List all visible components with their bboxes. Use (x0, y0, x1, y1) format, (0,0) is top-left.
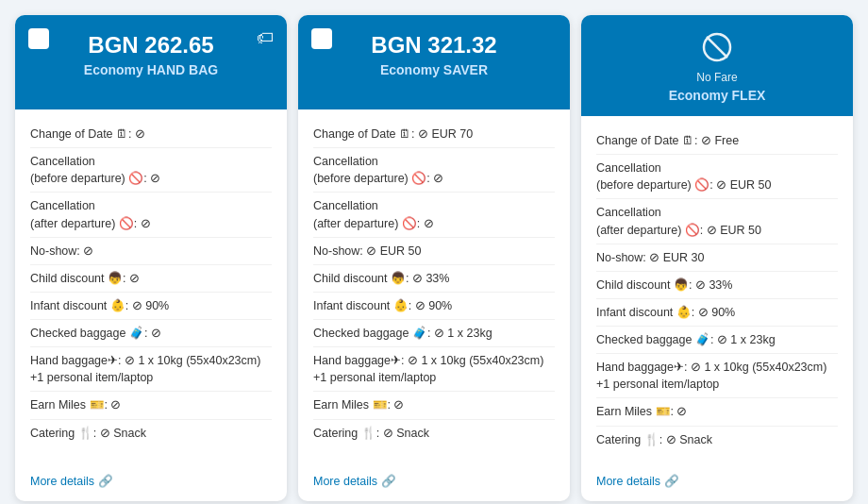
card-hand-bag: 🏷BGN 262.65Economy HAND BAGChange of Dat… (15, 15, 287, 501)
fare-row: Cancellation(before departure) 🚫: ⊘ (30, 148, 272, 193)
fare-row: Cancellation(before departure) 🚫: ⊘ (313, 148, 555, 193)
fare-row: Change of Date 🗓: ⊘ Free (596, 127, 838, 155)
fare-row: Hand baggage✈: ⊘ 1 x 10kg (55x40x23cm) +… (313, 347, 555, 392)
fare-row: Infant discount 👶: ⊘ 90% (30, 293, 272, 320)
fare-row: Earn Miles 🎫: ⊘ (596, 398, 838, 426)
fare-row: Cancellation(before departure) 🚫: ⊘ EUR … (596, 155, 838, 199)
fare-row: Change of Date 🗓: ⊘ (30, 121, 272, 148)
fare-row: Cancellation(after departure) 🚫: ⊘ (313, 193, 555, 237)
select-checkbox-hand-bag[interactable] (28, 28, 49, 49)
card-header-saver: BGN 321.32Economy SAVER (298, 15, 570, 109)
no-fare-label: No Fare (696, 71, 737, 84)
card-saver: BGN 321.32Economy SAVERChange of Date 🗓:… (298, 15, 570, 501)
fare-row: Catering 🍴: ⊘ Snack (313, 420, 555, 446)
fare-row: Cancellation(after departure) 🚫: ⊘ EUR 5… (596, 199, 838, 244)
tag-icon: 🏷 (257, 28, 274, 48)
fare-row: No-show: ⊘ EUR 50 (313, 238, 555, 265)
fare-row: Infant discount 👶: ⊘ 90% (596, 299, 838, 327)
fare-row: Earn Miles 🎫: ⊘ (313, 392, 555, 419)
fare-row: Checked baggage 🧳: ⊘ 1 x 23kg (596, 327, 838, 354)
card-body-flex: Change of Date 🗓: ⊘ FreeCancellation(bef… (581, 116, 853, 464)
fare-type-saver: Economy SAVER (380, 62, 488, 77)
fare-row: Change of Date 🗓: ⊘ EUR 70 (313, 121, 555, 148)
fare-row: Catering 🍴: ⊘ Snack (30, 420, 272, 446)
fare-type-flex: Economy FLEX (669, 88, 766, 103)
fare-row: Checked baggage 🧳: ⊘ 1 x 23kg (313, 320, 555, 347)
price-saver: BGN 321.32 (371, 32, 496, 59)
fare-row: Checked baggage 🧳: ⊘ (30, 320, 272, 347)
fare-row: No-show: ⊘ EUR 30 (596, 244, 838, 272)
card-flex: No FareEconomy FLEXChange of Date 🗓: ⊘ F… (581, 15, 853, 501)
card-header-hand-bag: 🏷BGN 262.65Economy HAND BAG (15, 15, 287, 109)
fare-row: Hand baggage✈: ⊘ 1 x 10kg (55x40x23cm) +… (596, 354, 838, 398)
card-body-hand-bag: Change of Date 🗓: ⊘Cancellation(before d… (15, 109, 287, 464)
fare-row: Earn Miles 🎫: ⊘ (30, 392, 272, 419)
fare-type-hand-bag: Economy HAND BAG (84, 62, 218, 77)
price-hand-bag: BGN 262.65 (88, 32, 213, 59)
fare-row: Child discount 👦: ⊘ (30, 265, 272, 293)
fare-row: No-show: ⊘ (30, 238, 272, 265)
select-checkbox-saver[interactable] (311, 28, 332, 49)
fare-row: Child discount 👦: ⊘ 33% (313, 265, 555, 293)
no-fare-icon (702, 32, 732, 69)
fare-row: Cancellation(after departure) 🚫: ⊘ (30, 193, 272, 237)
more-details-link-hand-bag[interactable]: More details 🔗 (15, 464, 287, 501)
svg-line-1 (707, 37, 727, 58)
fare-row: Catering 🍴: ⊘ Snack (596, 427, 838, 453)
more-details-link-saver[interactable]: More details 🔗 (298, 464, 570, 501)
card-header-flex: No FareEconomy FLEX (581, 15, 853, 116)
cards-container: 🏷BGN 262.65Economy HAND BAGChange of Dat… (15, 15, 853, 501)
fare-row: Child discount 👦: ⊘ 33% (596, 272, 838, 299)
card-body-saver: Change of Date 🗓: ⊘ EUR 70Cancellation(b… (298, 109, 570, 464)
fare-row: Infant discount 👶: ⊘ 90% (313, 293, 555, 320)
more-details-link-flex[interactable]: More details 🔗 (581, 464, 853, 501)
fare-row: Hand baggage✈: ⊘ 1 x 10kg (55x40x23cm) +… (30, 347, 272, 392)
